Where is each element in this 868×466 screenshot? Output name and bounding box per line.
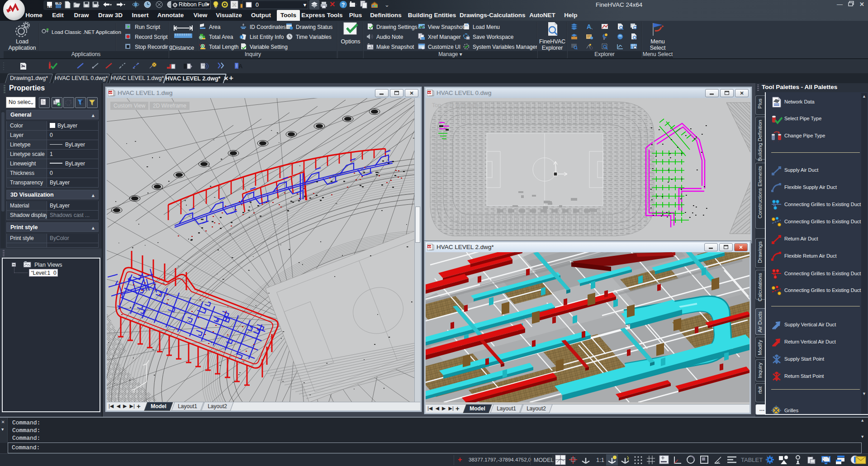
- svg-text:2D Wireframe: 2D Wireframe: [446, 102, 481, 108]
- svg-text:?: ?: [342, 2, 345, 8]
- svg-text:KF: KF: [428, 91, 432, 94]
- svg-text:TABLET: TABLET: [741, 457, 763, 463]
- svg-text:A: A: [587, 23, 591, 30]
- svg-text:i: i: [241, 35, 242, 39]
- svg-text:KF: KF: [428, 245, 432, 248]
- svg-text:A: A: [238, 63, 243, 70]
- svg-text:1:1: 1:1: [596, 457, 604, 463]
- svg-text:BLD: BLD: [46, 5, 52, 9]
- svg-text:KF: KF: [109, 91, 113, 94]
- svg-text:BLD: BLD: [55, 2, 62, 5]
- svg-text:Top: Top: [432, 102, 441, 108]
